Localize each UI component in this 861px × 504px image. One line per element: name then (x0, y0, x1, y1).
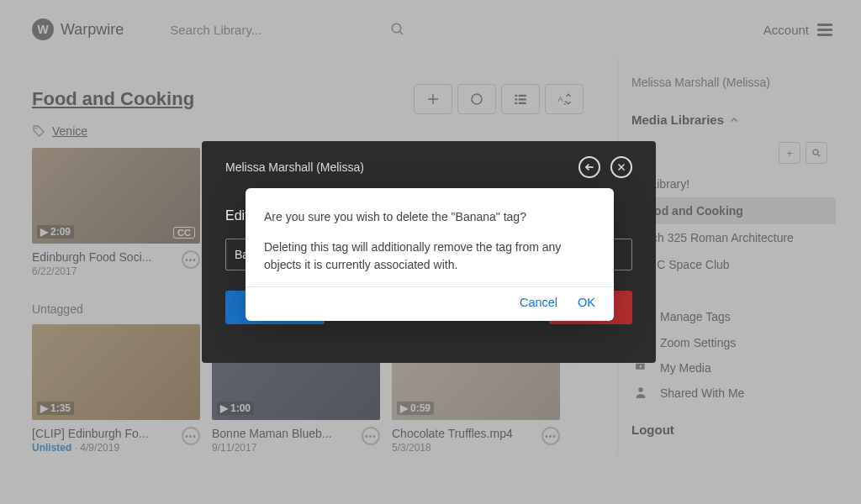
modal-close-button[interactable] (610, 156, 632, 178)
confirm-ok-button[interactable]: OK (578, 296, 595, 309)
confirm-cancel-button[interactable]: Cancel (520, 296, 557, 309)
modal-user-label: Melissa Marshall (Melissa) (225, 160, 364, 174)
modal-back-button[interactable] (578, 156, 600, 178)
confirm-dialog: Are you sure you wish to delete the "Ban… (246, 188, 614, 321)
confirm-message-1: Are you sure you wish to delete the "Ban… (264, 208, 595, 225)
confirm-message-2: Deleting this tag will additionally remo… (264, 239, 595, 273)
